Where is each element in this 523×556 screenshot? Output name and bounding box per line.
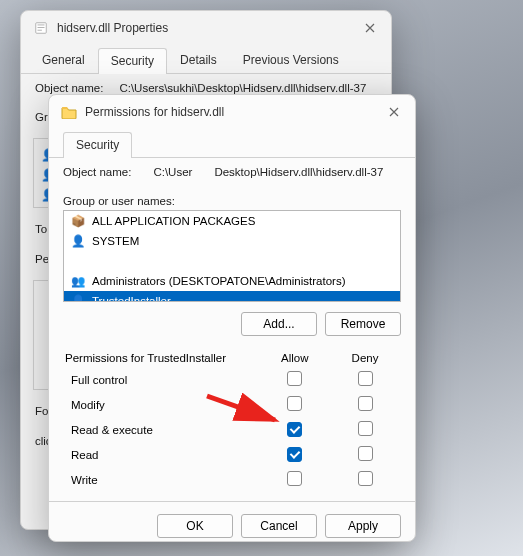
tab-prev-versions[interactable]: Previous Versions xyxy=(230,47,352,73)
apply-button[interactable]: Apply xyxy=(325,514,401,538)
list-item[interactable]: 👤TrustedInstaller xyxy=(64,291,400,302)
object-path-b: Desktop\Hidserv.dll\hidserv.dll-37 xyxy=(214,166,383,178)
remove-button[interactable]: Remove xyxy=(325,312,401,336)
allow-header: Allow xyxy=(260,350,329,366)
table-row: Full control xyxy=(65,368,399,391)
group-label: TrustedInstaller xyxy=(92,295,171,302)
groups-label: Group or user names: xyxy=(63,195,175,207)
ok-button[interactable]: OK xyxy=(157,514,233,538)
list-item[interactable] xyxy=(64,251,400,271)
perm-for-label: Permissions for TrustedInstaller xyxy=(65,352,226,364)
svg-rect-1 xyxy=(38,25,45,26)
close-icon[interactable] xyxy=(379,100,409,124)
deny-checkbox[interactable] xyxy=(358,396,373,411)
table-row: Read & execute xyxy=(65,418,399,441)
deny-checkbox[interactable] xyxy=(358,471,373,486)
dlg-tabs: Security xyxy=(49,131,415,158)
list-item[interactable]: 👥Administrators (DESKTOPATONE\Administra… xyxy=(64,271,400,291)
dlg-titlebar: Permissions for hidserv.dll xyxy=(49,95,415,129)
cancel-button[interactable]: Cancel xyxy=(241,514,317,538)
user-icon: 👤 xyxy=(70,233,86,249)
perm-name: Modify xyxy=(65,393,258,416)
close-icon[interactable] xyxy=(355,16,385,40)
to-short: To xyxy=(35,223,47,235)
blank-icon xyxy=(70,253,86,269)
folder-icon xyxy=(61,104,77,120)
list-item[interactable]: 📦ALL APPLICATION PACKAGES xyxy=(64,211,400,231)
permissions-table: Permissions for TrustedInstaller Allow D… xyxy=(63,348,401,493)
dlg-title: Permissions for hidserv.dll xyxy=(85,105,371,119)
file-icon xyxy=(33,20,49,36)
svg-rect-2 xyxy=(38,27,45,28)
table-row: Write xyxy=(65,468,399,491)
grp-short: Gr xyxy=(35,111,48,123)
object-path-a: C:\User xyxy=(153,166,192,178)
perm-name: Read xyxy=(65,443,258,466)
add-button[interactable]: Add... xyxy=(241,312,317,336)
pe-short: Pe xyxy=(35,253,49,265)
grp-icon: 👥 xyxy=(70,273,86,289)
group-label: ALL APPLICATION PACKAGES xyxy=(92,215,255,227)
dlg-object-row: Object name: C:\User Desktop\Hidserv.dll… xyxy=(49,158,415,186)
groups-list[interactable]: 📦ALL APPLICATION PACKAGES👤SYSTEM👥Adminis… xyxy=(63,210,401,302)
tab-security[interactable]: Security xyxy=(98,48,167,74)
object-label: Object name: xyxy=(63,166,131,178)
deny-header: Deny xyxy=(331,350,399,366)
tab-details[interactable]: Details xyxy=(167,47,230,73)
tab-general[interactable]: General xyxy=(29,47,98,73)
group-label: Administrators (DESKTOPATONE\Administrat… xyxy=(92,275,345,287)
perm-name: Write xyxy=(65,468,258,491)
allow-checkbox[interactable] xyxy=(287,396,302,411)
titlebar: hidserv.dll Properties xyxy=(21,11,391,45)
deny-checkbox[interactable] xyxy=(358,446,373,461)
deny-checkbox[interactable] xyxy=(358,371,373,386)
list-item[interactable]: 👤SYSTEM xyxy=(64,231,400,251)
svg-rect-3 xyxy=(38,30,42,31)
window-title: hidserv.dll Properties xyxy=(57,21,347,35)
object-value: C:\Users\sukhi\Desktop\Hidserv.dll\hidse… xyxy=(119,82,366,94)
table-row: Read xyxy=(65,443,399,466)
permissions-dialog: Permissions for hidserv.dll Security Obj… xyxy=(48,94,416,542)
table-row: Modify xyxy=(65,393,399,416)
group-label: SYSTEM xyxy=(92,235,139,247)
perm-name: Read & execute xyxy=(65,418,258,441)
pkg-icon: 📦 xyxy=(70,213,86,229)
allow-checkbox[interactable] xyxy=(287,422,302,437)
for-short: Fo xyxy=(35,405,48,417)
deny-checkbox[interactable] xyxy=(358,421,373,436)
tab-security[interactable]: Security xyxy=(63,132,132,158)
perm-name: Full control xyxy=(65,368,258,391)
allow-checkbox[interactable] xyxy=(287,471,302,486)
object-label: Object name: xyxy=(35,82,103,94)
allow-checkbox[interactable] xyxy=(287,447,302,462)
back-tabs: General Security Details Previous Versio… xyxy=(21,47,391,74)
allow-checkbox[interactable] xyxy=(287,371,302,386)
user-icon: 👤 xyxy=(70,293,86,302)
